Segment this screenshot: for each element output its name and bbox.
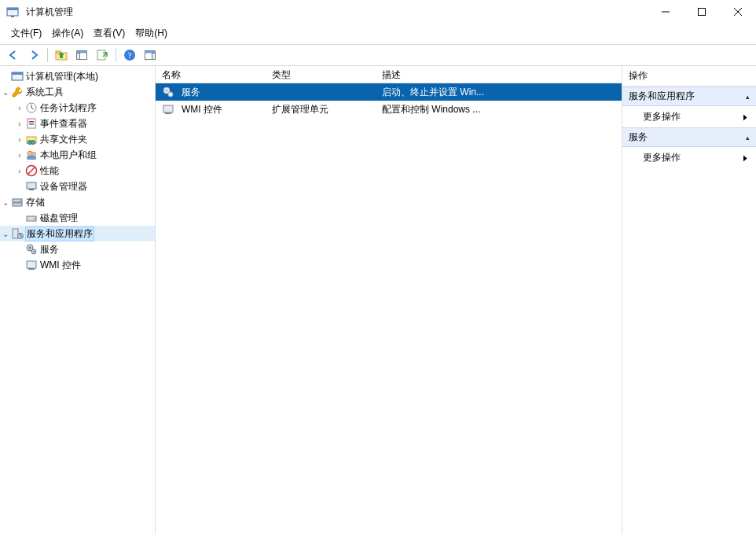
tree-services-apps[interactable]: ⌄ 服务和应用程序	[0, 226, 155, 241]
menu-action[interactable]: 操作(A)	[47, 25, 88, 42]
disk-icon	[25, 212, 38, 224]
tree-system-tools[interactable]: ⌄ 系统工具	[0, 84, 155, 100]
wmi-icon	[162, 103, 174, 116]
tree-event-viewer[interactable]: › 事件查看器	[14, 116, 155, 131]
svg-line-5	[734, 8, 742, 16]
list-body: 服务 启动、终止并设置 Win... WMI 控件 扩展管理单元 配置和控制 W…	[156, 83, 622, 534]
gears-icon	[25, 243, 38, 256]
svg-point-41	[29, 247, 31, 249]
up-folder-button[interactable]	[53, 46, 70, 64]
device-manager-icon	[25, 180, 38, 193]
actions-group-services[interactable]: 服务 ▴	[622, 127, 756, 147]
svg-rect-22	[29, 123, 34, 125]
svg-rect-31	[27, 182, 36, 189]
svg-rect-1	[7, 8, 18, 10]
svg-rect-2	[11, 16, 14, 17]
export-list-button[interactable]	[94, 46, 111, 64]
shared-folder-icon	[25, 133, 38, 145]
computer-management-icon	[11, 70, 24, 83]
show-hide-action-pane-button[interactable]	[141, 46, 159, 64]
svg-point-47	[166, 90, 168, 92]
collapse-icon[interactable]: ⌄	[0, 230, 11, 238]
menu-view[interactable]: 查看(V)	[89, 25, 130, 42]
svg-point-35	[20, 200, 21, 201]
back-button[interactable]	[5, 46, 22, 64]
performance-icon	[25, 164, 38, 177]
svg-rect-32	[29, 189, 34, 190]
tree-shared-folders[interactable]: › 共享文件夹	[14, 131, 155, 147]
svg-point-25	[31, 141, 35, 145]
minimize-button[interactable]	[648, 0, 684, 24]
chevron-right-icon: ▶	[743, 153, 747, 162]
svg-rect-34	[13, 203, 22, 206]
close-button[interactable]	[720, 0, 756, 24]
expand-icon[interactable]: ›	[14, 135, 25, 144]
actions-more-1[interactable]: 更多操作 ▶	[622, 106, 756, 127]
column-desc[interactable]: 描述	[376, 66, 622, 83]
tree-local-users-groups[interactable]: › 本地用户和组	[14, 147, 155, 163]
event-log-icon	[25, 117, 38, 130]
users-icon	[25, 149, 38, 161]
services-apps-icon	[11, 227, 24, 240]
list-panel: 名称 类型 描述 服务 启动、终止并设置 Win... WMI 控件 扩展管理单…	[156, 66, 622, 534]
collapse-indicator-icon: ▴	[746, 93, 750, 101]
tree-device-manager[interactable]: › 设备管理器	[14, 179, 155, 194]
expand-icon[interactable]: ›	[14, 151, 25, 160]
tree-task-scheduler[interactable]: › 任务计划程序	[14, 100, 155, 116]
chevron-right-icon: ▶	[743, 112, 747, 121]
column-name[interactable]: 名称	[156, 66, 266, 83]
toolbar-separator	[47, 48, 48, 62]
forward-button[interactable]	[25, 46, 42, 64]
menu-bar: 文件(F) 操作(A) 查看(V) 帮助(H)	[0, 24, 756, 44]
app-icon	[6, 6, 19, 18]
tree-panel: ▾ 计算机管理(本地) ⌄ 系统工具	[0, 66, 156, 534]
svg-rect-38	[13, 229, 18, 238]
collapse-icon[interactable]: ⌄	[0, 198, 11, 207]
show-hide-tree-button[interactable]	[73, 46, 90, 64]
actions-more-2[interactable]: 更多操作 ▶	[622, 147, 756, 168]
list-row-wmi[interactable]: WMI 控件 扩展管理单元 配置和控制 Windows ...	[156, 101, 622, 118]
wmi-icon	[25, 259, 38, 271]
svg-rect-16	[152, 53, 156, 60]
actions-group-services-apps[interactable]: 服务和应用程序 ▴	[622, 87, 756, 106]
tree-storage[interactable]: ⌄ 存储	[0, 194, 155, 210]
menu-help[interactable]: 帮助(H)	[130, 25, 172, 42]
svg-rect-44	[27, 261, 36, 268]
list-row-services[interactable]: 服务 启动、终止并设置 Win...	[156, 83, 622, 101]
actions-panel: 操作 服务和应用程序 ▴ 更多操作 ▶ 服务 ▴ 更多操作 ▶	[622, 66, 756, 534]
window-title: 计算机管理	[26, 6, 73, 19]
clock-icon	[25, 101, 38, 114]
svg-rect-45	[28, 268, 35, 270]
expand-icon[interactable]: ›	[14, 120, 25, 128]
svg-point-27	[32, 153, 36, 157]
collapse-icon[interactable]: ⌄	[0, 88, 11, 97]
svg-rect-18	[12, 72, 23, 75]
svg-rect-49	[163, 105, 173, 112]
tree-disk-management[interactable]: › 磁盘管理	[14, 210, 155, 226]
expand-icon[interactable]: ›	[14, 167, 25, 175]
tree-performance[interactable]: › 性能	[14, 163, 155, 179]
svg-rect-21	[29, 121, 34, 123]
column-type[interactable]: 类型	[266, 66, 376, 83]
svg-rect-4	[699, 9, 706, 16]
expand-icon[interactable]: ›	[14, 104, 25, 112]
menu-file[interactable]: 文件(F)	[6, 25, 46, 42]
tree-services[interactable]: › 服务	[14, 241, 155, 257]
svg-text:?: ?	[128, 50, 132, 60]
svg-rect-28	[27, 156, 36, 160]
title-bar: 计算机管理	[0, 0, 756, 24]
svg-rect-50	[165, 112, 171, 114]
content-area: ▾ 计算机管理(本地) ⌄ 系统工具	[0, 66, 756, 534]
svg-line-30	[28, 167, 35, 175]
storage-icon	[11, 196, 24, 208]
gears-icon	[162, 86, 174, 98]
svg-point-26	[28, 151, 32, 156]
help-button[interactable]: ?	[121, 46, 138, 64]
svg-point-43	[33, 251, 35, 252]
svg-point-48	[168, 92, 173, 97]
maximize-button[interactable]	[684, 0, 720, 24]
svg-line-6	[734, 8, 742, 16]
tree-root[interactable]: ▾ 计算机管理(本地)	[0, 68, 155, 84]
tree-wmi-control[interactable]: › WMI 控件	[14, 257, 155, 273]
actions-header: 操作	[622, 66, 756, 87]
